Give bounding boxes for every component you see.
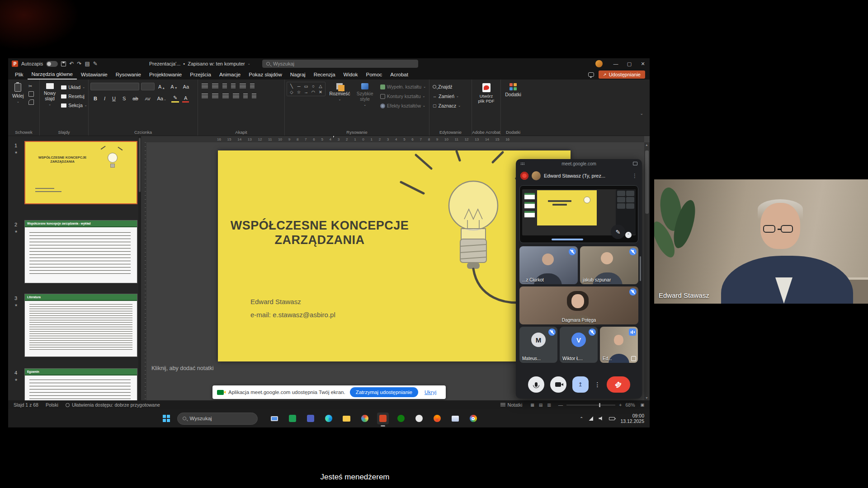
tab-widok[interactable]: Widok bbox=[340, 70, 362, 79]
paste-button[interactable]: Wklej ⌄ bbox=[10, 82, 26, 105]
close-button[interactable]: ✕ bbox=[636, 58, 650, 69]
zoom-in-button[interactable]: + bbox=[619, 402, 622, 408]
font-color-button[interactable]: A bbox=[182, 95, 189, 103]
copy-icon[interactable] bbox=[28, 91, 34, 97]
slideshow-view-icon[interactable]: ▥ bbox=[547, 403, 551, 407]
annotate-button[interactable]: ✎ bbox=[611, 225, 625, 239]
expand-tile-icon[interactable] bbox=[631, 356, 636, 361]
zoom-out-button[interactable]: — bbox=[558, 402, 563, 408]
tab-przejscia[interactable]: Przejścia bbox=[186, 70, 215, 79]
decrease-indent-icon[interactable] bbox=[222, 84, 227, 89]
tab-pomoc[interactable]: Pomoc bbox=[362, 70, 387, 79]
tab-acrobat[interactable]: Acrobat bbox=[386, 70, 412, 79]
participant-tile[interactable]: Dagmara Potęga bbox=[519, 286, 638, 324]
task-view-icon[interactable] bbox=[269, 413, 280, 424]
font-name-box[interactable] bbox=[90, 83, 139, 90]
search-box[interactable]: Wyszukaj bbox=[262, 60, 418, 68]
slide-thumbnail-1[interactable]: WSPÓŁCZESNE KONCEPCJE ZARZĄDZANIA bbox=[24, 141, 137, 204]
shape-cross-icon[interactable]: ✕ bbox=[317, 89, 324, 95]
chrome-icon[interactable] bbox=[467, 413, 479, 424]
pen-icon[interactable]: ✎ bbox=[93, 61, 98, 67]
teams-icon[interactable] bbox=[305, 413, 316, 424]
scrollbar-handle[interactable] bbox=[645, 150, 649, 214]
addins-button[interactable]: Dodatki bbox=[503, 82, 524, 99]
network-icon[interactable] bbox=[589, 416, 593, 421]
account-avatar[interactable] bbox=[595, 60, 603, 67]
grow-font-button[interactable]: A▲ bbox=[156, 84, 167, 90]
vertical-scrollbar[interactable]: ▲ ▼ bbox=[644, 142, 650, 400]
text-shadow-button[interactable]: S bbox=[121, 95, 127, 102]
create-pdf-button[interactable]: Utwórz plik PDF bbox=[474, 82, 499, 105]
convert-smartart-icon[interactable] bbox=[252, 94, 256, 99]
slide-author[interactable]: Edward Stawasz bbox=[250, 298, 301, 305]
meet-scrollbar[interactable] bbox=[640, 256, 641, 281]
tab-plik[interactable]: Plik bbox=[11, 70, 28, 79]
participant-tile[interactable]: jakub szpunar bbox=[580, 246, 638, 284]
notes-placeholder[interactable]: Kliknij, aby dodać notatki bbox=[151, 365, 214, 371]
battery-icon[interactable] bbox=[609, 417, 615, 420]
more-controls-icon[interactable]: ⋮ bbox=[594, 381, 601, 388]
horizontal-ruler[interactable]: 16 15 14 13 12 11 10 9 8 7 6 5 4 3 2 1 0… bbox=[141, 136, 644, 142]
slideshow-icon[interactable]: ▤ bbox=[85, 61, 90, 67]
undo-icon[interactable]: ↶ bbox=[69, 61, 74, 67]
tab-wstawianie[interactable]: Wstawianie bbox=[77, 70, 112, 79]
slide-email[interactable]: e-mail: e.stawasz@asbiro.pl bbox=[250, 311, 335, 319]
save-icon[interactable] bbox=[61, 61, 66, 66]
italic-button[interactable]: I bbox=[102, 95, 107, 102]
reset-button[interactable]: Resetuj bbox=[60, 93, 88, 100]
taskbar-search[interactable]: Wyszukaj bbox=[177, 413, 258, 425]
zoom-slider[interactable] bbox=[566, 405, 615, 405]
microphone-button[interactable] bbox=[528, 376, 544, 393]
scroll-down-icon[interactable]: ▼ bbox=[645, 396, 648, 399]
expand-preview-icon[interactable]: ⌃ bbox=[625, 232, 632, 238]
tab-projektowanie[interactable]: Projektowanie bbox=[145, 70, 186, 79]
powerpoint-taskbar-icon[interactable] bbox=[377, 413, 389, 424]
firefox-icon[interactable] bbox=[431, 413, 443, 424]
volume-icon[interactable] bbox=[599, 416, 604, 421]
notes-toggle[interactable]: Notatki bbox=[500, 402, 523, 408]
new-slide-button[interactable]: Nowy slajd ⌄ bbox=[42, 82, 58, 108]
photos-icon[interactable] bbox=[359, 413, 371, 424]
slide-title[interactable]: WSPÓŁCZESNE KONCEPCJE ZARZĄDZANIA bbox=[222, 218, 417, 247]
bold-button[interactable]: B bbox=[92, 95, 99, 102]
zoom-level[interactable]: 68% bbox=[625, 402, 635, 408]
slide-thumbnail-3[interactable]: Literatura bbox=[24, 294, 137, 357]
accessibility-status[interactable]: Ułatwienia dostępu: dobrze przygotowane bbox=[66, 402, 160, 408]
shape-diamond-icon[interactable]: ◇ bbox=[288, 89, 295, 95]
file-explorer-icon[interactable] bbox=[341, 413, 353, 424]
cut-icon[interactable]: ✂ bbox=[28, 84, 34, 89]
taskbar-clock[interactable]: 09:00 13.12.2025 bbox=[620, 413, 644, 424]
section-button[interactable]: Sekcja ⌄ bbox=[60, 102, 88, 109]
tray-chevron-icon[interactable]: ⌃ bbox=[580, 416, 583, 421]
tab-animacje[interactable]: Animacje bbox=[215, 70, 245, 79]
maximize-button[interactable]: ▢ bbox=[623, 58, 636, 69]
quick-styles-button[interactable]: Szybkie style ⌄ bbox=[354, 82, 376, 108]
shape-dash-icon[interactable]: ─ bbox=[295, 83, 302, 89]
numbered-list-icon[interactable] bbox=[212, 84, 218, 89]
slide-sorter-icon[interactable]: ▤ bbox=[539, 403, 543, 407]
shape-star-icon[interactable]: ☆ bbox=[295, 89, 302, 95]
tab-pokaz-slajdow[interactable]: Pokaz slajdów bbox=[245, 70, 286, 79]
clear-format-button[interactable]: Aa bbox=[181, 84, 191, 90]
start-button[interactable] bbox=[163, 415, 170, 422]
highlight-color-button[interactable]: ✎ bbox=[171, 94, 179, 103]
slide-counter[interactable]: Slajd 1 z 68 bbox=[14, 402, 38, 408]
find-button[interactable]: Znajdź bbox=[431, 83, 470, 90]
drag-handle-icon[interactable] bbox=[520, 162, 525, 165]
shared-screen-preview[interactable]: ✎ ⌃ bbox=[519, 185, 638, 243]
comments-icon[interactable] bbox=[588, 72, 594, 77]
fit-to-window-icon[interactable]: ▣ bbox=[640, 403, 644, 407]
increase-indent-icon[interactable] bbox=[231, 84, 236, 89]
excel-icon[interactable] bbox=[287, 413, 298, 424]
autosave-toggle[interactable] bbox=[46, 61, 58, 67]
shapes-gallery[interactable]: ╲ ─ ▭ ○ △ ◇ ☆ → ◠ ✕ bbox=[287, 82, 326, 96]
shrink-font-button[interactable]: A▼ bbox=[169, 84, 179, 90]
slide-thumbnail-2[interactable]: Współczesne koncepcje zarządzania - wykł… bbox=[24, 220, 137, 283]
normal-view-icon[interactable]: ▦ bbox=[530, 403, 534, 407]
font-size-box[interactable] bbox=[141, 83, 155, 90]
shape-triangle-icon[interactable]: △ bbox=[317, 83, 324, 89]
stop-sharing-button[interactable]: Zatrzymaj udostępnianie bbox=[350, 387, 418, 397]
participant-tile-self[interactable]: Ed... bbox=[600, 327, 638, 363]
align-left-icon[interactable] bbox=[202, 94, 208, 99]
tab-rysowanie[interactable]: Rysowanie bbox=[112, 70, 145, 79]
